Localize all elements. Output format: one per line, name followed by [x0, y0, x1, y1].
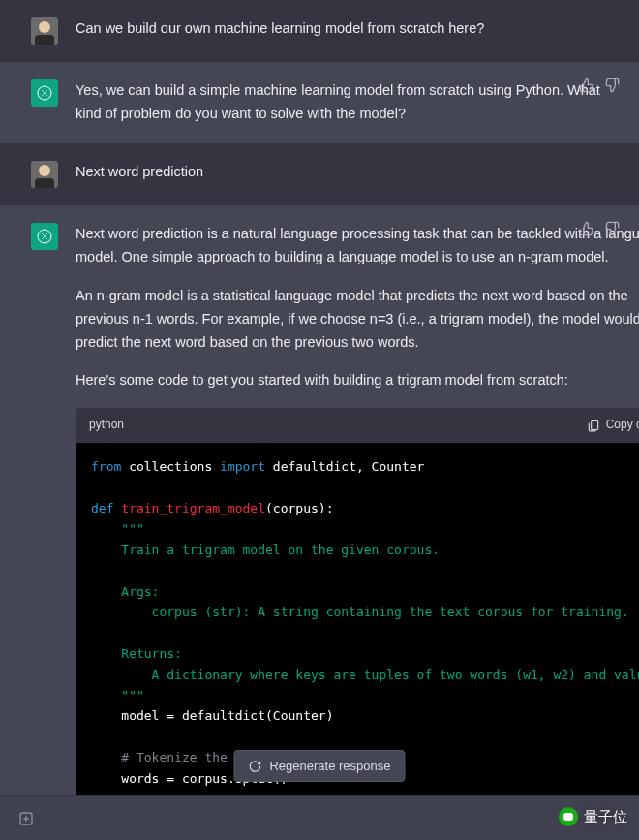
thumbs-up-icon[interactable] — [579, 78, 594, 93]
message-paragraph: Here's some code to get you started with… — [76, 369, 639, 392]
thumbs-up-icon[interactable] — [579, 221, 594, 236]
code-header: python Copy code — [76, 408, 639, 443]
copy-code-button[interactable]: Copy code — [587, 416, 639, 435]
clipboard-icon — [587, 419, 600, 432]
svg-rect-2 — [591, 421, 597, 430]
regenerate-response-button[interactable]: Regenerate response — [233, 750, 405, 782]
code-language-label: python — [89, 416, 124, 435]
assistant-avatar — [31, 79, 58, 107]
message-text: Next word prediction — [76, 161, 612, 184]
refresh-icon — [248, 760, 261, 773]
thumbs-down-icon[interactable] — [604, 78, 620, 93]
feedback-buttons — [579, 221, 620, 236]
thumbs-down-icon[interactable] — [604, 221, 620, 236]
user-message-2: Next word prediction — [0, 143, 639, 205]
wechat-icon — [559, 807, 578, 826]
attachment-icon[interactable] — [17, 810, 35, 827]
user-message-1: Can we build our own machine learning mo… — [0, 0, 639, 62]
input-bar[interactable] — [0, 795, 639, 840]
message-paragraph: An n-gram model is a statistical languag… — [76, 285, 639, 355]
message-paragraph: Next word prediction is a natural langua… — [76, 223, 639, 269]
user-avatar — [31, 161, 58, 188]
message-text: Yes, we can build a simple machine learn… — [76, 79, 612, 126]
feedback-buttons — [579, 78, 620, 93]
assistant-message-2: Next word prediction is a natural langua… — [0, 205, 639, 840]
watermark-text: 量子位 — [584, 808, 627, 826]
regenerate-label: Regenerate response — [269, 759, 390, 773]
message-text: Can we build our own machine learning mo… — [76, 17, 612, 41]
assistant-message-1: Yes, we can build a simple machine learn… — [0, 62, 639, 143]
watermark: 量子位 — [559, 807, 627, 826]
user-avatar — [31, 17, 58, 45]
assistant-avatar — [31, 223, 58, 250]
copy-code-label: Copy code — [606, 416, 639, 435]
